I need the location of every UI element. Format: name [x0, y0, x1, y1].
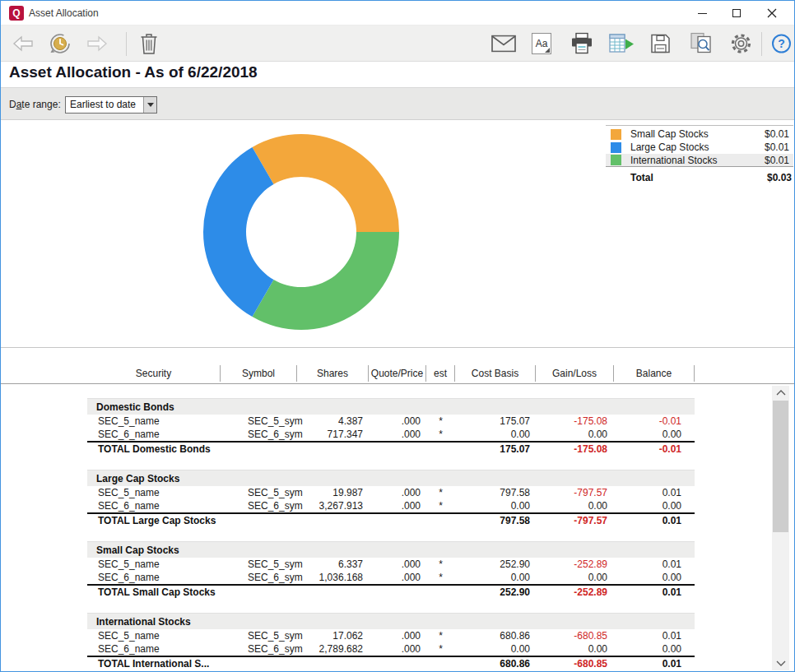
column-header-shares: Shares: [297, 365, 369, 382]
toolbar-separator: [761, 32, 762, 56]
maximize-button[interactable]: [724, 1, 749, 25]
cell-cost-basis: 175.07: [455, 415, 536, 428]
legend-swatch-icon: [611, 129, 621, 140]
minimize-button[interactable]: [690, 1, 714, 25]
cell-est: *: [426, 486, 455, 499]
cell-quote: .000: [369, 571, 426, 584]
font-button[interactable]: Aa: [532, 33, 551, 54]
back-arrow-icon: [12, 35, 34, 52]
column-header-gain-loss: Gain/Loss: [536, 365, 614, 382]
cell-est: *: [426, 571, 455, 584]
save-floppy-icon: [650, 33, 671, 53]
security-row[interactable]: SEC_5_name SEC_5_sym 4.387 .000 * 175.07…: [87, 415, 695, 428]
group-large-cap-stocks: Large Cap Stocks SEC_5_name SEC_5_sym 19…: [87, 470, 695, 528]
donut-segment-small-cap[interactable]: [253, 134, 400, 232]
cell-balance: 0.01: [614, 558, 695, 571]
cell-shares: 1,036.168: [297, 571, 369, 584]
total-gain-loss: -175.08: [536, 443, 614, 456]
column-header-est: est: [426, 365, 455, 382]
toolbar: Aa: [1, 25, 794, 62]
legend-row-international[interactable]: International Stocks $0.01: [606, 154, 793, 167]
legend-label: International Stocks: [630, 155, 717, 166]
cell-est: *: [426, 629, 455, 642]
scroll-down-button[interactable]: [772, 656, 789, 670]
forward-button[interactable]: [86, 35, 108, 52]
filter-bar: Date range: Earliest to date: [1, 87, 794, 120]
total-gain-loss: -680.85: [536, 657, 614, 671]
print-preview-button[interactable]: [690, 32, 713, 54]
help-button[interactable]: ?: [772, 34, 791, 53]
donut-segment-large-cap[interactable]: [203, 147, 274, 317]
back-button[interactable]: [12, 35, 34, 52]
security-row[interactable]: SEC_6_name SEC_6_sym 1,036.168 .000 * 0.…: [87, 571, 695, 584]
cell-quote: .000: [369, 629, 426, 642]
group-header: Small Cap Stocks: [87, 541, 695, 558]
printer-icon: [570, 32, 593, 54]
help-question-icon: ?: [772, 34, 791, 53]
toolbar-separator: [126, 32, 127, 56]
date-range-select[interactable]: Earliest to date: [65, 96, 157, 114]
settings-button[interactable]: [730, 32, 752, 54]
security-row[interactable]: SEC_5_name SEC_5_sym 19.987 .000 * 797.5…: [87, 486, 695, 499]
total-label: TOTAL International S...: [87, 657, 455, 671]
vertical-scrollbar[interactable]: [772, 386, 789, 670]
cell-shares: 2,789.682: [297, 642, 369, 656]
security-row[interactable]: SEC_6_name SEC_6_sym 3,267.913 .000 * 0.…: [87, 499, 695, 512]
column-header-quote-price: Quote/Price: [369, 365, 426, 382]
email-button[interactable]: [491, 35, 516, 52]
security-row[interactable]: SEC_6_name SEC_6_sym 2,789.682 .000 * 0.…: [87, 642, 695, 656]
date-range-label: Date range:: [9, 88, 61, 121]
cell-est: *: [426, 558, 455, 571]
donut-segment-international[interactable]: [253, 232, 400, 330]
cell-symbol: SEC_6_sym: [221, 571, 297, 584]
email-envelope-icon: [491, 35, 516, 52]
legend-value: $0.01: [765, 141, 789, 153]
cell-symbol: SEC_5_sym: [221, 629, 297, 642]
legend-row-small-cap[interactable]: Small Cap Stocks $0.01: [606, 127, 793, 141]
security-groups: Domestic Bonds SEC_5_name SEC_5_sym 4.38…: [87, 385, 695, 671]
cell-shares: 4.387: [297, 415, 369, 428]
cell-gain-loss: -680.85: [536, 629, 614, 642]
group-total-row: TOTAL International S... 680.86 -680.85 …: [87, 656, 695, 671]
total-label: TOTAL Small Cap Stocks: [87, 586, 455, 600]
export-button[interactable]: [609, 33, 635, 54]
group-header: Domestic Bonds: [87, 398, 695, 415]
column-header-symbol: Symbol: [221, 365, 297, 382]
cell-shares: 6.337: [297, 558, 369, 571]
save-button[interactable]: [650, 33, 671, 53]
cell-gain-loss: 0.00: [536, 571, 614, 584]
cell-balance: 0.00: [614, 571, 695, 584]
group-domestic-bonds: Domestic Bonds SEC_5_name SEC_5_sym 4.38…: [87, 398, 695, 456]
legend-label: Large Cap Stocks: [630, 141, 709, 153]
scroll-up-button[interactable]: [772, 386, 789, 400]
page-title: Asset Allocation - As of 6/22/2018: [9, 63, 258, 81]
column-header-balance: Balance: [614, 365, 695, 382]
cell-shares: 3,267.913: [297, 499, 369, 512]
dropdown-button[interactable]: [143, 97, 156, 113]
security-row[interactable]: SEC_5_name SEC_5_sym 17.062 .000 * 680.8…: [87, 629, 695, 642]
cell-symbol: SEC_5_sym: [221, 486, 297, 499]
cell-quote: .000: [369, 558, 426, 571]
group-total-row: TOTAL Small Cap Stocks 252.90 -252.89 0.…: [87, 584, 695, 600]
cell-gain-loss: -797.57: [536, 486, 614, 499]
security-row[interactable]: SEC_6_name SEC_6_sym 717.347 .000 * 0.00…: [87, 428, 695, 441]
cell-est: *: [426, 499, 455, 512]
total-cost-basis: 252.90: [455, 586, 536, 600]
delete-button[interactable]: [140, 32, 158, 54]
title-bar: Q Asset Allocation: [1, 1, 794, 25]
legend-row-large-cap[interactable]: Large Cap Stocks $0.01: [606, 141, 793, 154]
print-button[interactable]: [570, 32, 593, 54]
scrollbar-thumb[interactable]: [773, 401, 788, 532]
cell-gain-loss: -252.89: [536, 558, 614, 571]
export-spreadsheet-icon: [609, 33, 635, 54]
chevron-down-icon: [776, 660, 786, 666]
cell-symbol: SEC_6_sym: [221, 642, 297, 656]
cell-cost-basis: 0.00: [455, 642, 536, 656]
close-button[interactable]: [760, 1, 784, 25]
cell-cost-basis: 0.00: [455, 499, 536, 512]
maximize-icon: [732, 9, 741, 17]
history-button[interactable]: [49, 32, 72, 55]
corner-fold-icon: [545, 48, 550, 53]
legend-swatch-icon: [611, 142, 621, 153]
security-row[interactable]: SEC_5_name SEC_5_sym 6.337 .000 * 252.90…: [87, 558, 695, 571]
